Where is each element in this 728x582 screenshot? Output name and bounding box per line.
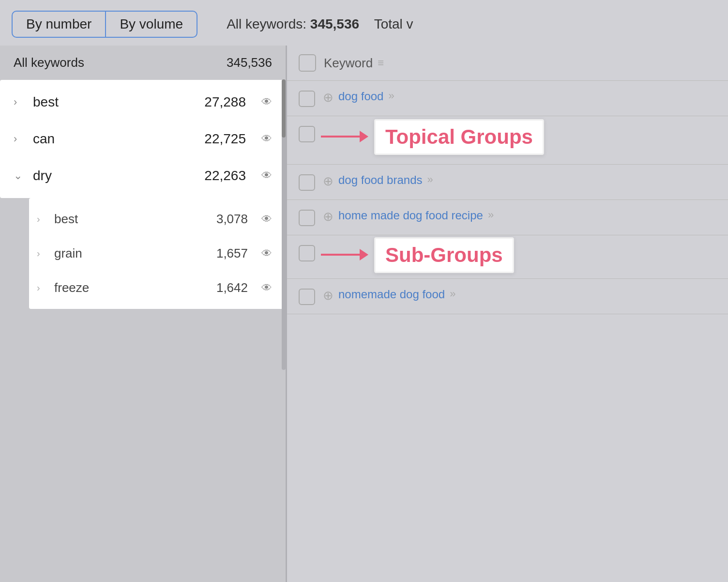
main-content: All keywords 345,536 › best 27,288 👁 › c… xyxy=(0,46,728,582)
subgroup-label-grain: grain xyxy=(54,246,209,261)
table-header: Keyword ≡ xyxy=(287,46,728,81)
subgroups-label: Sub-Groups xyxy=(385,244,503,266)
scrollbar-thumb[interactable] xyxy=(282,79,286,138)
eye-icon-best[interactable]: 👁 xyxy=(261,96,272,108)
chevron-right-icon: › xyxy=(37,214,46,225)
header-all-keywords-label: All keywords: xyxy=(227,16,306,31)
row-checkbox[interactable] xyxy=(299,126,315,142)
group-label-best: best xyxy=(33,94,197,110)
table-row-dog-food-brands: ⊕ dog food brands » xyxy=(287,165,728,200)
topical-groups-card: › best 27,288 👁 › can 22,725 👁 ⌄ dry 22,… xyxy=(0,80,286,198)
all-keywords-label: All keywords xyxy=(14,55,84,70)
all-keywords-count: 345,536 xyxy=(227,55,272,70)
keyword-link-homemade[interactable]: home made dog food recipe xyxy=(338,209,483,222)
table-row-dog-food: ⊕ dog food » xyxy=(287,81,728,116)
arrow-line xyxy=(321,254,360,256)
eye-icon-grain[interactable]: 👁 xyxy=(261,247,272,260)
table-row-annotation-topical: Topical Groups xyxy=(287,116,728,165)
subgroup-row-freeze[interactable]: › freeze 1,642 👁 xyxy=(29,271,286,305)
eye-icon-freeze[interactable]: 👁 xyxy=(261,282,272,294)
tab-by-number[interactable]: By number xyxy=(13,12,106,37)
topical-groups-annotation: Topical Groups xyxy=(374,119,544,155)
chevron-double-right-icon: » xyxy=(427,173,433,186)
eye-icon-dry[interactable]: 👁 xyxy=(261,169,272,182)
topical-groups-label: Topical Groups xyxy=(385,125,533,148)
subgroups-arrow xyxy=(321,249,368,260)
subgroups-card: › best 3,078 👁 › grain 1,657 👁 › freeze … xyxy=(29,198,286,309)
keyword-cell: ⊕ nomemade dog food » xyxy=(323,288,716,303)
subgroup-label-best: best xyxy=(54,212,209,227)
group-label-dry: dry xyxy=(33,168,197,184)
keyword-cell: ⊕ dog food brands » xyxy=(323,173,716,189)
keyword-column-header: Keyword ≡ xyxy=(324,56,384,71)
subgroup-row-grain[interactable]: › grain 1,657 👁 xyxy=(29,236,286,271)
keyword-header-label: Keyword xyxy=(324,56,373,71)
tab-group: By number By volume xyxy=(12,11,197,38)
group-row-can[interactable]: › can 22,725 👁 xyxy=(0,121,286,157)
chevron-right-icon: › xyxy=(14,133,25,145)
group-count-dry: 22,263 xyxy=(204,168,246,184)
subgroup-label-freeze: freeze xyxy=(54,280,209,295)
topical-groups-arrow xyxy=(321,131,368,142)
subgroup-count-best: 3,078 xyxy=(216,212,248,227)
chevron-right-icon: › xyxy=(14,96,25,108)
header-checkbox[interactable] xyxy=(299,54,316,72)
keyword-link-dog-food[interactable]: dog food xyxy=(338,90,383,103)
top-bar: By number By volume All keywords: 345,53… xyxy=(0,0,728,46)
subgroup-count-freeze: 1,642 xyxy=(216,280,248,295)
table-row-nomemade: ⊕ nomemade dog food » xyxy=(287,279,728,314)
plus-circle-icon: ⊕ xyxy=(323,90,334,105)
filter-icon[interactable]: ≡ xyxy=(378,57,384,69)
eye-icon-sub-best[interactable]: 👁 xyxy=(261,213,272,226)
keyword-cell: ⊕ home made dog food recipe » xyxy=(323,209,716,224)
group-count-can: 22,725 xyxy=(204,131,246,147)
all-keywords-row: All keywords 345,536 xyxy=(0,46,286,80)
arrow-line xyxy=(321,136,360,138)
chevron-double-right-icon: » xyxy=(450,288,455,300)
arrow-head-icon xyxy=(360,249,368,260)
plus-circle-icon: ⊕ xyxy=(323,209,334,224)
keyword-link-dog-food-brands[interactable]: dog food brands xyxy=(338,173,422,187)
eye-icon-can[interactable]: 👁 xyxy=(261,133,272,145)
chevron-right-icon: › xyxy=(37,248,46,259)
plus-circle-icon: ⊕ xyxy=(323,174,334,189)
scrollbar[interactable] xyxy=(282,79,286,370)
right-panel: Keyword ≡ ⊕ dog food » xyxy=(287,46,728,582)
row-checkbox[interactable] xyxy=(299,91,315,107)
group-count-best: 27,288 xyxy=(204,94,246,110)
group-row-dry[interactable]: ⌄ dry 22,263 👁 xyxy=(0,157,286,194)
subgroup-count-grain: 1,657 xyxy=(216,246,248,261)
row-checkbox[interactable] xyxy=(299,289,315,305)
tab-by-volume[interactable]: By volume xyxy=(106,12,197,37)
row-checkbox[interactable] xyxy=(299,245,315,261)
chevron-right-icon: › xyxy=(37,282,46,293)
table-row-annotation-subgroups: Sub-Groups xyxy=(287,235,728,279)
plus-circle-icon: ⊕ xyxy=(323,288,334,303)
chevron-down-icon: ⌄ xyxy=(14,169,25,182)
header-all-keywords-count: 345,536 xyxy=(310,16,359,31)
row-checkbox[interactable] xyxy=(299,174,315,191)
arrow-head-icon xyxy=(360,131,368,142)
header-stats: All keywords: 345,536 Total v xyxy=(227,16,413,32)
group-label-can: can xyxy=(33,131,197,147)
row-checkbox[interactable] xyxy=(299,210,315,226)
subgroup-row-best[interactable]: › best 3,078 👁 xyxy=(29,202,286,236)
subgroups-annotation: Sub-Groups xyxy=(374,237,514,273)
left-panel: All keywords 345,536 › best 27,288 👁 › c… xyxy=(0,46,286,582)
table-row-homemade: ⊕ home made dog food recipe » xyxy=(287,200,728,235)
group-row-best[interactable]: › best 27,288 👁 xyxy=(0,84,286,121)
keyword-cell: ⊕ dog food » xyxy=(323,90,716,105)
chevron-double-right-icon: » xyxy=(388,90,394,102)
header-total-volume-label: Total v xyxy=(374,16,413,31)
chevron-double-right-icon: » xyxy=(488,209,494,221)
keyword-link-nomemade[interactable]: nomemade dog food xyxy=(338,288,445,301)
